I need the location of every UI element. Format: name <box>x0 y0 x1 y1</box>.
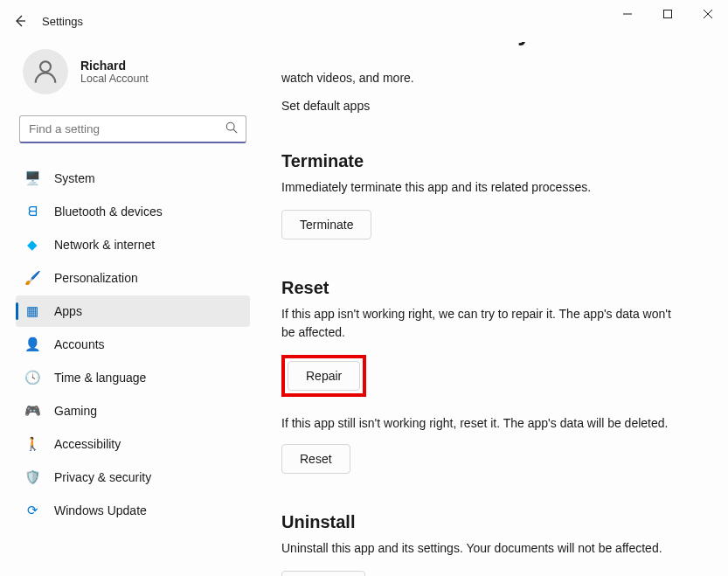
close-icon <box>704 10 712 18</box>
nav-icon: ᗺ <box>24 204 40 219</box>
set-default-apps-link[interactable]: Set default apps <box>281 99 707 113</box>
nav-list: 🖥️SystemᗺBluetooth & devices◆Network & i… <box>16 163 250 526</box>
nav-label: Accounts <box>54 337 105 351</box>
nav-item-accessibility[interactable]: 🚶Accessibility <box>16 428 250 460</box>
back-button[interactable] <box>3 4 37 38</box>
repair-button[interactable]: Repair <box>288 361 360 391</box>
user-block[interactable]: Richard Local Account <box>16 49 250 94</box>
uninstall-section: Uninstall Uninstall this app and its set… <box>281 512 707 576</box>
terminate-button[interactable]: Terminate <box>281 210 371 239</box>
app-title: Settings <box>42 15 83 28</box>
reset-desc-repair: If this app isn't working right, we can … <box>281 305 683 341</box>
terminate-section: Terminate Immediately terminate this app… <box>281 151 707 239</box>
nav-label: Personalization <box>54 271 138 285</box>
maximize-icon <box>663 10 672 18</box>
user-name: Richard <box>80 59 149 73</box>
nav-item-personalization[interactable]: 🖌️Personalization <box>16 262 250 294</box>
nav-icon: 🎮 <box>24 403 40 419</box>
nav-icon: 🖥️ <box>24 170 40 186</box>
nav-icon: 👤 <box>24 337 40 352</box>
page-title: Windows Security <box>328 42 530 46</box>
nav-label: Privacy & security <box>54 470 151 484</box>
svg-point-5 <box>226 122 234 130</box>
nav-icon: ⟳ <box>24 503 40 518</box>
search-input[interactable] <box>19 115 246 143</box>
reset-button[interactable]: Reset <box>281 444 350 474</box>
search-icon <box>225 121 238 137</box>
nav-label: Windows Update <box>54 503 147 517</box>
nav-item-time-language[interactable]: 🕓Time & language <box>16 362 250 393</box>
nav-label: Accessibility <box>54 437 121 451</box>
nav-icon: 🖌️ <box>24 270 40 286</box>
nav-icon: ◆ <box>24 237 40 253</box>
intro-text: watch videos, and more. <box>281 71 707 85</box>
svg-rect-1 <box>664 10 672 18</box>
uninstall-heading: Uninstall <box>281 512 707 532</box>
user-account-type: Local Account <box>80 73 149 85</box>
nav-label: Bluetooth & devices <box>54 205 163 219</box>
reset-desc-reset: If this app still isn't working right, r… <box>281 416 707 430</box>
nav-label: Gaming <box>54 404 97 418</box>
nav-label: Network & internet <box>54 238 155 252</box>
reset-section: Reset If this app isn't working right, w… <box>281 278 707 474</box>
nav-item-system[interactable]: 🖥️System <box>16 163 250 194</box>
svg-point-4 <box>40 61 51 72</box>
terminate-desc: Immediately terminate this app and its r… <box>281 178 683 196</box>
uninstall-button: Uninstall <box>281 571 365 576</box>
nav-item-privacy-security[interactable]: 🛡️Privacy & security <box>16 461 250 493</box>
nav-item-bluetooth-devices[interactable]: ᗺBluetooth & devices <box>16 196 250 227</box>
nav-label: System <box>54 171 95 185</box>
nav-item-accounts[interactable]: 👤Accounts <box>16 329 250 360</box>
close-button[interactable] <box>688 0 728 28</box>
avatar <box>23 49 68 94</box>
nav-label: Time & language <box>54 371 146 385</box>
nav-icon: 🛡️ <box>24 469 40 485</box>
minimize-icon <box>623 10 632 18</box>
nav-icon: 🕓 <box>24 370 40 385</box>
reset-heading: Reset <box>281 278 707 298</box>
nav-icon: 🚶 <box>24 436 40 452</box>
maximize-button[interactable] <box>648 0 688 28</box>
arrow-left-icon <box>13 14 27 28</box>
repair-highlight: Repair <box>281 355 366 397</box>
nav-item-apps[interactable]: ▦Apps <box>16 295 250 327</box>
minimize-button[interactable] <box>607 0 648 28</box>
nav-label: Apps <box>54 304 82 318</box>
person-icon <box>31 57 60 87</box>
nav-item-gaming[interactable]: 🎮Gaming <box>16 395 250 427</box>
svg-line-6 <box>233 129 237 133</box>
uninstall-desc: Uninstall this app and its settings. You… <box>281 539 683 557</box>
nav-item-windows-update[interactable]: ⟳Windows Update <box>16 495 250 526</box>
terminate-heading: Terminate <box>281 151 707 171</box>
nav-icon: ▦ <box>24 303 40 319</box>
nav-item-network-internet[interactable]: ◆Network & internet <box>16 229 250 260</box>
